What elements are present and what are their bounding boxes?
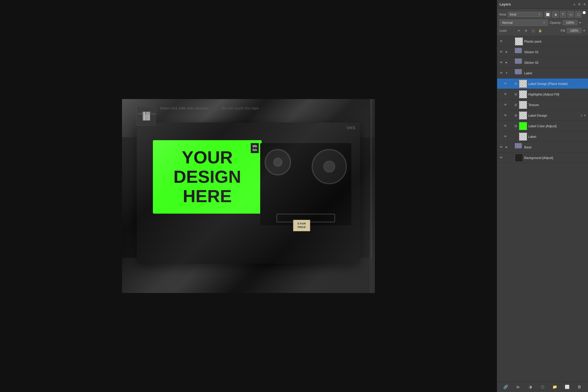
- new-layer-button[interactable]: ⬜: [564, 383, 571, 391]
- layer-visibility-icon[interactable]: 👁: [499, 60, 504, 65]
- panel-titlebar: Layers « ✕ ≡: [497, 0, 588, 9]
- mode-value: Normal: [502, 21, 512, 24]
- layer-item[interactable]: 👁▶Base: [497, 142, 588, 153]
- opacity-section: Opacity: 100% ▼: [550, 20, 586, 25]
- opacity-value[interactable]: 100%: [563, 20, 577, 25]
- layer-visibility-icon[interactable]: 👁: [503, 103, 508, 107]
- lock-artboard-icon[interactable]: ▢: [530, 28, 536, 33]
- filter-smart-icon[interactable]: ⬡: [575, 11, 582, 18]
- layer-item[interactable]: 👁⛓Label Design⊙▼: [497, 110, 588, 121]
- add-adjustment-button[interactable]: ⬡: [539, 383, 546, 391]
- layer-expand-icon[interactable]: [509, 103, 512, 107]
- opacity-chevron: ▼: [579, 21, 582, 24]
- layer-name-label: Label Color [Adjust]: [528, 124, 586, 128]
- delete-layer-button[interactable]: 🗑: [576, 383, 583, 391]
- layer-name-label: Label: [528, 135, 586, 138]
- layer-name-label: Highlights [Adjust Fill]: [528, 93, 586, 96]
- layer-item[interactable]: 👁▼Label: [497, 68, 588, 78]
- filter-adjust-icon[interactable]: ◑: [552, 11, 559, 18]
- layer-thumbnail: [519, 133, 527, 141]
- lock-icons: ⬛ ✏ ✛ ▢ 🔒: [509, 28, 543, 33]
- layer-visibility-icon[interactable]: 👁: [499, 145, 504, 150]
- layer-item[interactable]: 👁⛓Label Color [Adjust]: [497, 121, 588, 131]
- layer-visibility-icon[interactable]: 👁: [503, 92, 508, 97]
- layers-list: 👁Plastic pack👁▶Sticker 01👁▶Sticker 02👁▼L…: [497, 36, 588, 381]
- filter-icons: ⬜ ◑ T ▭ ⬡: [544, 11, 586, 18]
- layer-fx-button[interactable]: fx: [514, 383, 522, 391]
- layer-item[interactable]: 👁Background [Adjust]: [497, 153, 588, 163]
- layer-extra-icons: ⊙▼: [580, 114, 586, 117]
- layer-thumbnail: [515, 143, 523, 151]
- lock-pixels-icon[interactable]: ⬛: [509, 28, 515, 33]
- layer-arrow-icon: ▼: [584, 114, 586, 117]
- mode-row: Normal ▼ Opacity: 100% ▼: [500, 19, 586, 26]
- kind-chevron: ▼: [538, 13, 541, 16]
- link-layers-button[interactable]: 🔗: [502, 383, 509, 391]
- layer-expand-icon[interactable]: [505, 40, 508, 43]
- checker-thumbnail: [519, 133, 527, 140]
- panel-title: Layers: [500, 2, 511, 6]
- fill-chevron: ▼: [583, 29, 586, 32]
- lock-all-icon[interactable]: 🔒: [537, 28, 543, 33]
- folder-thumbnail-icon: [515, 58, 522, 64]
- layer-expand-icon[interactable]: [505, 156, 508, 160]
- layer-expand-icon[interactable]: ▶: [505, 61, 508, 64]
- filter-type-icon[interactable]: T: [560, 11, 566, 18]
- panel-menu-icon[interactable]: ≡: [583, 2, 586, 6]
- layer-thumbnail: [519, 80, 527, 88]
- new-group-button[interactable]: 📁: [551, 383, 558, 391]
- layer-name-label: Label Design [Place Inside]: [528, 82, 586, 86]
- layer-expand-icon[interactable]: ▶: [505, 145, 508, 149]
- folder-thumbnail-icon: [515, 143, 522, 148]
- layer-thumbnail: [515, 69, 523, 77]
- layer-item[interactable]: 👁⛓Label Design [Place Inside]: [497, 78, 588, 89]
- layer-item[interactable]: 👁Plastic pack: [497, 36, 588, 47]
- layer-expand-icon[interactable]: [509, 82, 512, 86]
- checker-thumbnail: [519, 112, 527, 119]
- layer-visibility-icon[interactable]: 👁: [499, 50, 504, 54]
- layer-smart-icon: ⊙: [580, 114, 583, 117]
- plastic-overlay: [122, 99, 375, 293]
- layer-thumbnail: [515, 154, 523, 162]
- layer-expand-icon[interactable]: [509, 93, 512, 96]
- kind-dropdown[interactable]: Kind ▼: [508, 12, 543, 17]
- vhs-mockup: Insert this side into recorder Do not to…: [122, 99, 375, 293]
- layer-expand-icon[interactable]: ▶: [505, 50, 508, 54]
- filter-image-icon[interactable]: ⬜: [544, 11, 551, 18]
- layer-visibility-icon[interactable]: 👁: [499, 39, 504, 44]
- layer-visibility-icon[interactable]: 👁: [499, 71, 504, 76]
- add-mask-button[interactable]: ◑: [527, 383, 534, 391]
- layer-expand-icon[interactable]: [509, 135, 512, 138]
- checker-thumbnail: [519, 80, 527, 88]
- layer-item[interactable]: 👁⛓Highlights [Adjust Fill]: [497, 89, 588, 100]
- layer-visibility-icon[interactable]: 👁: [499, 155, 504, 160]
- panel-collapse-icon[interactable]: «: [573, 2, 575, 6]
- layer-item[interactable]: 👁▶Sticker 02: [497, 57, 588, 68]
- folder-thumbnail-icon: [515, 69, 522, 74]
- filter-shape-icon[interactable]: ▭: [567, 11, 574, 18]
- layer-item[interactable]: 👁▶Sticker 01: [497, 47, 588, 57]
- layer-item[interactable]: 👁Label: [497, 131, 588, 142]
- layer-expand-icon[interactable]: ▼: [505, 71, 508, 75]
- panel-close-icon[interactable]: ✕: [578, 2, 581, 6]
- fill-value[interactable]: 100%: [567, 28, 582, 33]
- green-thumbnail: [519, 122, 527, 130]
- layer-thumbnail: [519, 90, 527, 98]
- layer-expand-icon[interactable]: [509, 124, 512, 128]
- layer-name-label: Plastic pack: [524, 40, 586, 43]
- layer-visibility-icon[interactable]: 👁: [503, 81, 508, 86]
- layer-visibility-icon[interactable]: 👁: [503, 113, 508, 118]
- opacity-label: Opacity:: [550, 21, 562, 24]
- dark-thumbnail: [515, 154, 523, 162]
- layer-visibility-icon[interactable]: 👁: [503, 124, 508, 128]
- layer-visibility-icon[interactable]: 👁: [503, 134, 508, 139]
- lock-brush-icon[interactable]: ✏: [516, 28, 522, 33]
- layer-name-label: Sticker 01: [524, 50, 586, 54]
- layer-item[interactable]: 👁⛓Texture: [497, 100, 588, 110]
- panel-title-icons: « ✕ ≡: [573, 2, 586, 6]
- lock-move-icon[interactable]: ✛: [523, 28, 529, 33]
- layer-fx-chain-icon: ⛓: [514, 82, 518, 86]
- layer-expand-icon[interactable]: [509, 114, 512, 117]
- mode-dropdown[interactable]: Normal ▼: [500, 19, 548, 26]
- layer-name-label: Label: [524, 71, 586, 75]
